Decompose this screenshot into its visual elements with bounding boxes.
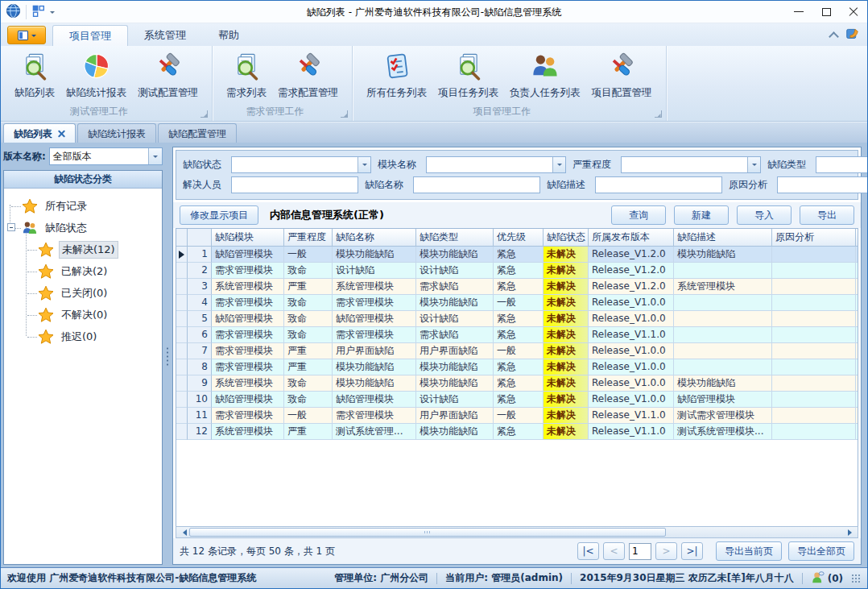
grid-cell[interactable]: 模块功能缺陷 [333,375,416,392]
prev-page-button[interactable]: < [603,542,625,560]
grid-cell[interactable]: 紧急 [494,247,544,263]
severity-filter-dropdown-icon[interactable] [747,157,760,172]
grid-cell[interactable]: 紧急 [494,424,544,440]
cause-analysis-filter-input[interactable] [778,177,868,193]
grid-cell[interactable]: Release_V1.1.0 [589,327,674,343]
grid-cell[interactable] [856,311,858,327]
project-config-button[interactable]: 项目配置管理 [586,49,658,102]
grid-column-header[interactable]: 缺陷描述 [674,229,772,247]
requirement-config-button[interactable]: 需求配置管理 [272,49,344,102]
grid-cell[interactable]: 一般 [494,295,544,311]
grid-row[interactable]: 11需求管理模块一般需求管理模块用户界面缺陷一般未解决Release_V1.1.… [176,408,858,424]
cause-analysis-filter[interactable] [777,176,868,193]
grid-cell[interactable]: Release_V1.0.0 [589,343,674,359]
grid-cell[interactable] [674,343,772,359]
defect-name-filter[interactable] [413,176,540,193]
grid-cell[interactable]: 模块功能缺陷 [416,359,494,375]
defect-status-filter-input[interactable] [232,157,358,172]
grid-cell[interactable] [772,392,856,408]
grid-cell[interactable]: 未解决 [544,343,589,359]
grid-cell[interactable] [674,327,772,343]
messages-person-icon[interactable] [811,570,825,587]
grid-cell[interactable]: 未解决 [544,327,589,343]
collapse-ribbon-icon[interactable] [829,31,839,42]
grid-cell[interactable]: Release_V1.0.0 [589,311,674,327]
grid-cell[interactable] [856,408,858,424]
grid-cell[interactable] [856,392,858,408]
defect-type-filter[interactable] [816,156,868,173]
grid-cell[interactable] [856,263,858,279]
grid-cell[interactable]: 致命 [284,263,333,279]
grid-cell[interactable]: 需求管理模块 [212,263,284,279]
grid-cell[interactable]: 模块功能缺陷 [333,359,416,375]
grid-cell[interactable]: 严重 [284,359,333,375]
module-name-filter-input[interactable] [427,157,552,172]
new-button[interactable]: 新建 [674,205,729,225]
grid-cell[interactable]: 模块功能缺陷 [674,375,772,392]
defect-list-button[interactable]: 缺陷列表 [9,49,60,102]
next-page-button[interactable]: > [655,542,677,560]
grid-cell[interactable]: 致命 [284,295,333,311]
grid-cell[interactable]: 系统管理模块 [674,279,772,295]
last-page-button[interactable]: >| [681,542,703,560]
grid-column-header[interactable]: 解决方法 [856,229,858,247]
defect-name-filter-input[interactable] [414,177,539,193]
grid-cell[interactable]: 需求管理模块 [212,327,284,343]
grid-cell[interactable] [772,279,856,295]
grid-cell[interactable]: 缺陷管理模块 [212,392,284,408]
defect-desc-filter-input[interactable] [596,177,721,193]
minimize-button[interactable] [785,1,812,23]
grid-cell[interactable] [856,279,858,295]
grid-column-header[interactable]: 原因分析 [772,229,856,247]
grid-cell[interactable]: 一般 [284,408,333,424]
tree-defect-status[interactable]: 缺陷状态 [6,217,160,239]
grid-cell[interactable] [856,343,858,359]
severity-filter-input[interactable] [622,157,747,172]
grid-cell[interactable]: 测试需求管理模块 [674,408,772,424]
doctab-defect-report[interactable]: 缺陷统计报表 [77,123,156,143]
tree-expander-icon[interactable] [7,223,15,231]
defect-status-filter-dropdown-icon[interactable] [358,157,370,172]
version-combo-dropdown-icon[interactable] [148,148,162,164]
owner-tasks-button[interactable]: 负责人任务列表 [504,49,586,102]
grid-cell[interactable]: 设计缺陷 [333,263,416,279]
export-button[interactable]: 导出 [800,205,854,225]
grid-column-header[interactable]: 缺陷类型 [416,229,494,247]
grid-cell[interactable]: 需求管理模块 [333,295,416,311]
application-menu-button[interactable] [7,26,46,44]
grid-cell[interactable]: 未解决 [544,424,589,440]
grid-cell[interactable]: 系统管理模块 [212,375,284,392]
grid-cell[interactable] [772,408,856,424]
grid-cell[interactable]: 致命 [284,327,333,343]
dialog-launcher-icon[interactable] [200,110,208,118]
grid-cell[interactable]: 模块功能缺陷 [416,375,494,392]
grid-cell[interactable] [856,359,858,375]
grid-cell[interactable]: 需求缺陷 [416,279,494,295]
grid-row[interactable]: 6需求管理模块致命需求管理模块需求缺陷紧急未解决Release_V1.1.0 [176,327,858,343]
grid-cell[interactable]: Release_V1.0.0 [589,375,674,392]
defect-status-filter[interactable] [231,156,371,173]
maximize-button[interactable] [812,1,840,23]
grid-cell[interactable]: 致命 [284,311,333,327]
grid-cell[interactable]: 测试系统管理... [333,424,416,440]
grid-cell[interactable]: 缺陷管理模块 [674,392,772,408]
grid-cell[interactable]: 需求管理模块 [212,295,284,311]
grid-cell[interactable]: 未解决 [544,392,589,408]
grid-cell[interactable]: Release_V1.1.0 [589,408,674,424]
test-config-button[interactable]: 测试配置管理 [132,49,204,102]
grid-cell[interactable]: 严重 [284,279,333,295]
grid-cell[interactable]: 系统管理模块 [212,279,284,295]
modify-display-items-button[interactable]: 修改显示项目 [180,205,258,225]
grid-cell[interactable] [772,424,856,440]
project-tasks-button[interactable]: 项目任务列表 [432,49,504,102]
module-name-filter-dropdown-icon[interactable] [552,157,565,172]
skin-gallery-icon[interactable] [845,27,859,43]
export-all-pages-button[interactable]: 导出全部页 [788,541,854,561]
defect-report-button[interactable]: 缺陷统计报表 [60,49,132,102]
all-tasks-button[interactable]: 所有任务列表 [361,49,432,102]
grid-column-header[interactable]: 缺陷名称 [333,229,416,247]
grid-row[interactable]: 7需求管理模块严重用户界面缺陷用户界面缺陷一般未解决Release_V1.0.0 [176,343,858,359]
grid-cell[interactable]: 致命 [284,375,333,392]
grid-cell[interactable]: 需求管理模块 [333,327,416,343]
query-button[interactable]: 查询 [611,205,666,225]
